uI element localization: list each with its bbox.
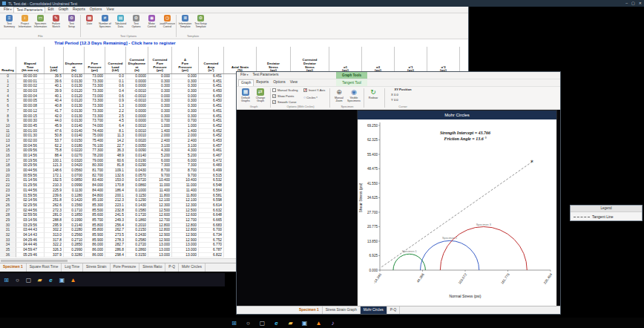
menu-tab-edit[interactable]: Edit xyxy=(45,7,56,13)
table-cell: 256.4 xyxy=(105,223,126,229)
view-tab-p-q[interactable]: P-Q xyxy=(165,263,179,272)
mohr-circles-chart[interactable]: 0.0006.92513.85020.77527.70034.62541.550… xyxy=(358,119,556,306)
test-setup-button[interactable]: ⚙Test Setup xyxy=(64,13,79,34)
graph-view-tab-p-q[interactable]: P-Q xyxy=(387,306,401,314)
table-cell: 00:44:56 xyxy=(16,168,45,174)
circles-button[interactable]: ○Circles▾ xyxy=(303,95,327,99)
table-cell: 2.5 xyxy=(105,114,126,119)
graph-menu-tab-test-parameters[interactable]: Test Parameters xyxy=(250,72,280,79)
tabulated-data-button[interactable]: ▤Tabulated Data xyxy=(113,13,128,34)
view-tab-mohr-circles[interactable]: Mohr Circles xyxy=(179,263,206,272)
file-explorer-icon[interactable]: ▰ xyxy=(286,319,295,327)
table-cell: 6.000 xyxy=(172,159,199,164)
table-cell: 6.665 xyxy=(199,218,224,223)
table-cell: 85.800 xyxy=(85,223,105,229)
media-icon[interactable]: ♪ xyxy=(329,319,337,327)
menu-tab-file[interactable]: File xyxy=(1,7,13,13)
store-icon[interactable]: ▣ xyxy=(58,276,66,284)
menu-tab-test-parameters[interactable]: Test Parameters xyxy=(13,7,45,13)
table-cell: 0.0130 xyxy=(64,109,85,114)
graph-menu-tab-options[interactable]: Options xyxy=(271,79,288,86)
table-cell: 6.632 xyxy=(199,209,224,214)
date-button[interactable]: ▦Date xyxy=(82,13,97,34)
column-header: Corrected Deviator Stress (psi) xyxy=(291,47,329,73)
store-icon[interactable]: ▣ xyxy=(300,319,309,327)
table-cell: 0.1290 xyxy=(126,198,148,203)
close-button[interactable]: ✕ xyxy=(639,0,642,7)
motor-control-button[interactable]: ◉Motor Control xyxy=(144,13,160,34)
visible-specimens-button[interactable]: ◉Visible Specimens xyxy=(346,87,361,102)
table-cell: 13.000 xyxy=(148,248,172,253)
graph-view-tab-mohr-circles[interactable]: Mohr Circles xyxy=(361,306,387,314)
view-tab-stress-ratio[interactable]: Stress Ratio xyxy=(139,263,165,272)
redraw-button[interactable]: ↻Redraw xyxy=(366,87,381,99)
vlc-icon[interactable]: ▲ xyxy=(69,276,77,284)
checkbox-show-points[interactable]: ✓Show Points xyxy=(272,94,303,99)
search-icon[interactable]: ○ xyxy=(244,319,252,327)
graph-menu-tab-reports[interactable]: Reports xyxy=(254,79,271,86)
graph-menu-tab-file[interactable]: File xyxy=(238,72,250,79)
minimize-button[interactable]: – xyxy=(625,0,628,7)
test-options-button[interactable]: ⚙Test Options xyxy=(128,13,144,34)
table-cell: 313.0 xyxy=(45,233,64,238)
edge-icon[interactable]: e xyxy=(47,276,55,284)
table-cell: 0.2710 xyxy=(64,238,85,243)
checkbox-manual-scaling[interactable]: Manual Scaling xyxy=(272,88,303,93)
graph-view-tab-stress-strain-graph[interactable]: Stress Strain Graph xyxy=(323,306,361,314)
number-of-specimen-button[interactable]: #Number of Specimen xyxy=(97,13,113,34)
table-cell: 00:04:56 xyxy=(16,144,45,149)
svg-text:Specimen 3: Specimen 3 xyxy=(476,223,491,226)
task-view-icon[interactable]: ▢ xyxy=(24,276,33,284)
start-icon[interactable]: ⊞ xyxy=(2,276,10,284)
trial-banner-link[interactable]: Trial Period [12.3 Days Remaining] - Cli… xyxy=(0,41,230,45)
legend-panel[interactable]: Legend Tangent Line xyxy=(570,205,643,221)
view-tab-stress-strain[interactable]: Stress Strain xyxy=(83,263,110,272)
table-cell: 00:59:56 xyxy=(16,174,45,179)
table-cell: 53.7 xyxy=(45,139,64,144)
task-view-icon[interactable]: ▢ xyxy=(258,319,266,327)
manual-zoom-button[interactable]: ⊕Manual Zoom xyxy=(332,87,346,102)
default-graphs-button[interactable]: ▦Default Graphs xyxy=(238,87,253,102)
app-title-bar: TL Test.dat - Consolidated Undrained Tes… xyxy=(0,0,644,7)
failure-sketch-button[interactable]: ✎Failure Sketch xyxy=(48,13,64,34)
table-cell: 39.9 xyxy=(45,89,64,94)
table-cell: 109.1 xyxy=(105,168,126,174)
table-cell: 0.2580 xyxy=(126,238,148,243)
column-header: Displaceme nt (in) xyxy=(64,47,85,73)
table-cell: 50.8 xyxy=(45,134,64,139)
menu-tab-options[interactable]: Options xyxy=(88,7,105,13)
search-icon[interactable]: ○ xyxy=(13,276,22,284)
menu-tab-graph[interactable]: Graph xyxy=(56,7,70,13)
maximize-button[interactable]: ▢ xyxy=(631,0,635,7)
scrollbar-thumb[interactable] xyxy=(1,260,68,262)
graph-view-tab-specimen-1[interactable]: Specimen 1 xyxy=(296,306,323,314)
vlc-icon[interactable]: ▲ xyxy=(315,319,323,327)
table-cell: 4.300 xyxy=(172,148,199,154)
table-cell: 00:00:45 xyxy=(16,124,45,129)
test-setup-template-button[interactable]: ⚙Test Setup Template xyxy=(193,13,208,34)
information-template-button[interactable]: ≣Information Template xyxy=(177,13,193,34)
graph-menu-tab-graph[interactable]: Graph xyxy=(238,79,254,86)
file-explorer-icon[interactable]: ▰ xyxy=(36,276,44,284)
test-summary-button[interactable]: ≡Test Summary xyxy=(1,13,17,34)
tangent-tool-tab[interactable]: Tangent Tool xyxy=(336,79,367,86)
load-pressure-control-button[interactable]: ◷Load/Pressure Control xyxy=(160,13,175,34)
checkbox-smooth-curve[interactable]: ✓Smooth Curve xyxy=(272,99,303,105)
ribbon-group-template: ≣Information Template⚙Test Setup Templat… xyxy=(177,13,208,39)
project-information-button[interactable]: iProject Information xyxy=(17,13,33,34)
menu-tab-reports[interactable]: Reports xyxy=(70,7,88,13)
menu-tab-view[interactable]: View xyxy=(104,7,116,13)
legend-entry-tangent-line[interactable]: Tangent Line xyxy=(571,212,642,221)
view-tab-log-time[interactable]: Log Time xyxy=(62,263,83,272)
change-graph-button[interactable]: ⇄Change Graph xyxy=(253,87,268,102)
edge-icon[interactable]: e xyxy=(272,319,280,327)
view-tab-pore-pressure[interactable]: Pore Pressure xyxy=(111,263,140,272)
table-cell: 48.9 xyxy=(105,154,126,159)
view-tab-square-root-time[interactable]: Square Root Time xyxy=(27,263,62,272)
graph-menu-tab-view[interactable]: View xyxy=(288,79,300,86)
checkbox-invert-y-axis[interactable]: ✗Invert Y-Axis xyxy=(303,88,327,93)
start-icon[interactable]: ⊞ xyxy=(230,319,238,327)
specimen-information-button[interactable]: ▭Specimen Information xyxy=(33,13,48,34)
table-cell: 0.0000 xyxy=(126,84,148,89)
view-tab-specimen-1[interactable]: Specimen 1 xyxy=(0,263,27,272)
